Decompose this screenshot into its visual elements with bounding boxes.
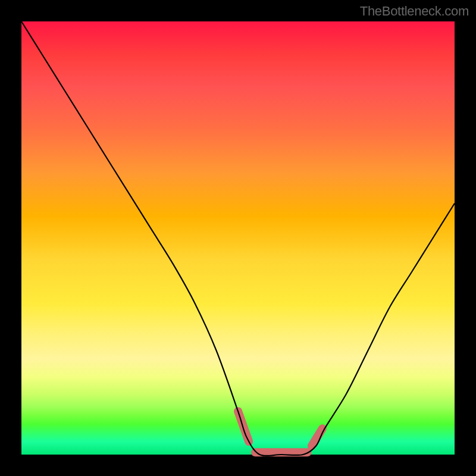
watermark-text: TheBottleneck.com <box>360 4 469 19</box>
optimal-zone-marker <box>238 411 322 452</box>
chart-container: TheBottleneck.com <box>0 0 476 476</box>
chart-svg <box>0 0 476 476</box>
bottleneck-curve <box>21 21 455 456</box>
